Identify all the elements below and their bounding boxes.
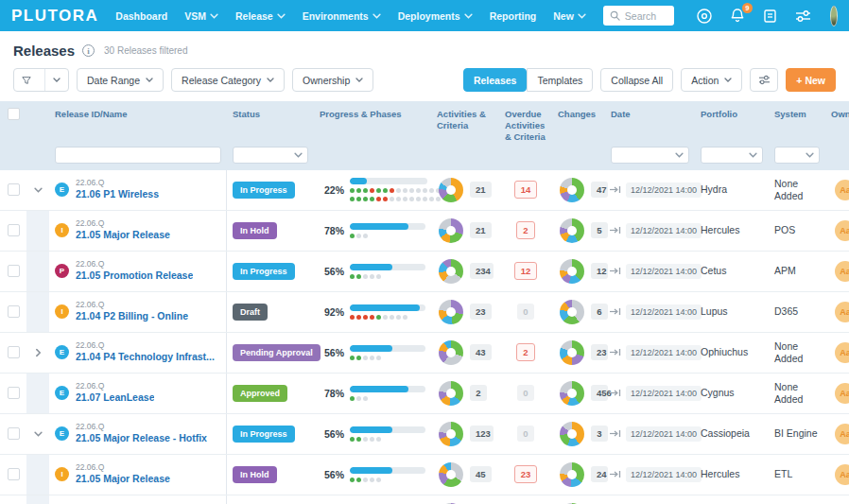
clipboard-icon[interactable] [761,7,780,26]
overdue-count: 2 [516,343,534,361]
eye-icon[interactable] [695,7,714,26]
view-settings-button[interactable] [750,68,778,92]
release-name-link[interactable]: 21.05 Promotion Release [76,269,193,283]
owner-cell: Aa [825,374,849,413]
search-icon [610,10,620,21]
system-cell: APM [769,252,825,291]
progress-cell: 56% [314,252,431,291]
nav-item-deployments[interactable]: Deployments [398,10,473,22]
chevron-down-icon [578,13,586,19]
nav-item-environments[interactable]: Environments [303,10,381,22]
row-checkbox[interactable] [8,427,20,440]
phase-dot [350,274,355,279]
nav-item-release[interactable]: Release [235,10,286,22]
releases-toggle-button[interactable]: Releases [463,68,528,92]
overdue-cell: 12 [499,252,552,291]
phase-dot [370,315,374,320]
changes-cell: 6 [552,292,605,332]
chevron-down-icon[interactable] [34,187,43,193]
date-range-dropdown[interactable]: Date Range [77,68,164,92]
owner-avatar[interactable]: Aa [835,464,849,485]
progress-cell: 78% [314,374,431,413]
date-cell: 12/12/2021 14:00 [605,211,695,251]
collapse-all-button[interactable]: Collapse All [600,68,673,92]
progress-bar [350,345,425,352]
date-cell: 12/12/2021 14:00 [605,455,695,495]
info-icon[interactable]: i [82,44,95,57]
date-filter-select[interactable] [611,147,689,164]
release-category-dropdown[interactable]: Release Category [171,68,285,92]
owner-avatar[interactable]: Aa [835,220,849,241]
activities-count: 43 [470,344,492,360]
owner-avatar[interactable]: Aa [835,302,849,322]
release-name-link[interactable]: 21.06 P1 Wireless [76,188,159,201]
row-checkbox[interactable] [8,265,20,277]
nav-item-reporting[interactable]: Reporting [490,10,537,22]
chevron-right-icon[interactable] [34,350,43,356]
owner-avatar[interactable]: Aa [835,424,849,444]
templates-toggle-button[interactable]: Templates [527,68,593,92]
global-search[interactable] [603,6,674,26]
chevron-down-icon[interactable] [34,431,43,437]
release-name-link[interactable]: 21.05 Major Release - Hotfix [76,432,207,445]
table-row: P22.06.Q21.05 Promotion ReleaseIn Progre… [0,495,849,504]
search-input[interactable] [625,10,667,22]
table-row: E22.06.Q21.07 LeanLeaseApproved78%204561… [0,374,849,414]
row-checkbox[interactable] [8,183,20,196]
portfolio-filter-select[interactable] [701,147,763,164]
nav-item-label: VSM [184,10,206,22]
phase-dot [356,356,361,360]
funnel-icon[interactable] [14,69,39,91]
owner-avatar[interactable]: Aa [835,342,849,363]
table-row: I22.06.Q21.04 P2 Billing - OnlineDraft92… [0,292,849,333]
owner-avatar[interactable]: Aa [835,383,849,404]
table-row: E22.06.Q21.04 P4 Technology Infrast...Pe… [0,333,849,374]
progress-bar-fill [350,304,420,311]
date-value: 12/12/2021 14:00 [626,182,702,198]
owner-avatar[interactable]: Aa [835,261,849,282]
nav-item-dashboard[interactable]: Dashboard [115,10,167,22]
nav-item-label: Release [235,10,273,22]
progress-bar [350,178,427,184]
nav-item-vsm[interactable]: VSM [184,10,218,22]
release-name-link[interactable]: 21.04 P4 Technology Infrast... [76,351,215,364]
release-name-cell: E22.06.Q21.07 LeanLease [49,374,227,413]
status-badge: In Hold [233,466,277,483]
row-checkbox[interactable] [8,387,20,399]
system-filter-select[interactable] [774,147,820,164]
row-checkbox[interactable] [8,468,20,480]
release-name-link[interactable]: 21.05 Major Release [76,473,170,486]
system-cell: POS [769,211,825,251]
ownership-dropdown[interactable]: Ownership [292,68,373,92]
release-id: 22.06.Q [76,178,159,188]
phase-dot [376,315,381,320]
owner-avatar[interactable]: Aa [835,180,849,200]
phase-dot [390,188,394,193]
activities-count: 123 [470,426,494,442]
phase-dot [363,437,368,442]
select-all-checkbox[interactable] [8,108,20,120]
row-checkbox[interactable] [8,346,20,358]
user-avatar[interactable] [830,6,838,26]
release-name-link[interactable]: 21.04 P2 Billing - Online [76,310,188,323]
sliders-icon[interactable] [794,7,813,26]
nav-item-new[interactable]: New [553,10,586,22]
row-checkbox[interactable] [8,224,20,236]
activities-donut-chart [439,462,463,487]
filter-button[interactable] [13,68,69,92]
release-name-cell: I22.06.Q21.05 Major Release [49,455,227,495]
release-name-link[interactable]: 21.05 Major Release [76,229,170,242]
activities-donut-chart [439,381,463,406]
release-id: 22.06.Q [76,340,215,351]
action-dropdown[interactable]: Action [681,68,742,92]
phase-dot [409,188,414,193]
status-filter-select[interactable] [233,147,308,164]
overdue-count: 14 [514,181,538,199]
bell-icon[interactable]: 9 [728,7,747,26]
row-checkbox[interactable] [8,305,20,318]
release-id: 22.06.Q [76,218,170,229]
new-button[interactable]: + New [786,68,836,92]
name-filter-input[interactable] [55,147,221,164]
release-name-link[interactable]: 21.07 LeanLease [76,391,154,405]
filter-chevron[interactable] [44,69,68,91]
